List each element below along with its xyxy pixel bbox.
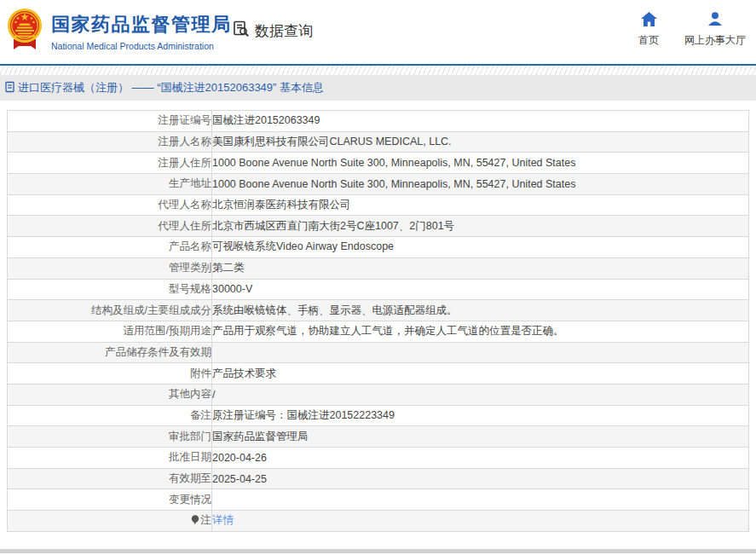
row-label: 注册证编号 [8, 111, 212, 132]
nav-item-service-hall[interactable]: 网上办事大厅 [684, 12, 746, 48]
row-label: 审批部门 [8, 426, 212, 448]
row-label: 批准日期 [8, 448, 212, 469]
row-value-text: / [212, 389, 215, 401]
row-value-text: 可视喉镜系统Video Airway Endoscope [212, 240, 394, 252]
row-value: 产品用于观察气道，协助建立人工气道，并确定人工气道的位置是否正确。 [212, 321, 749, 342]
row-label: 代理人名称 [8, 194, 212, 216]
page-header: 国家药品监督管理局 National Medical Products Admi… [0, 0, 756, 64]
row-label: 生产地址 [8, 174, 212, 195]
row-value: 国械注进20152063349 [212, 111, 749, 132]
row-value: 2025-04-25 [212, 468, 749, 489]
row-value: 美国康利思科技有限公司CLARUS MEDICAL, LLC. [212, 131, 749, 153]
row-value: 可视喉镜系统Video Airway Endoscope [212, 237, 749, 258]
row-label: 有效期至 [8, 468, 212, 489]
table-row: 审批部门 国家药品监督管理局 [8, 426, 749, 448]
row-label: 管理类别 [8, 257, 212, 279]
row-label-text: 变更情况 [169, 494, 211, 506]
row-value: 产品技术要求 [212, 363, 749, 384]
row-label: 其他内容 [8, 384, 212, 405]
row-value-text: 系统由喉镜镜体、手柄、显示器、电源适配器组成。 [212, 304, 458, 316]
nav-service-hall-label: 网上办事大厅 [684, 33, 746, 48]
breadcrumb-bar: 进口医疗器械（注册） —— “国械注进20152063349” 基本信息 [0, 75, 756, 101]
brand-text: 国家药品监督管理局 National Medical Products Admi… [51, 7, 232, 51]
table-row: 注册人名称 美国康利思科技有限公司CLARUS MEDICAL, LLC. [8, 131, 749, 153]
row-value: 第二类 [212, 257, 749, 279]
user-icon [707, 12, 723, 29]
row-value [212, 342, 749, 363]
row-value: 1000 Boone Avenue North Suite 300, Minne… [212, 153, 749, 174]
row-value-text: 产品技术要求 [212, 367, 276, 379]
row-label: 附件 [8, 363, 212, 384]
top-nav: 首页 网上办事大厅 [638, 12, 746, 48]
row-value-text: 国家药品监督管理局 [212, 431, 309, 442]
row-value: 系统由喉镜镜体、手柄、显示器、电源适配器组成。 [212, 300, 749, 321]
row-label: 适用范围/预期用途 [8, 321, 212, 342]
row-label-text: 代理人名称 [159, 199, 212, 211]
details-link[interactable]: 详情 [212, 514, 234, 526]
row-value-text: 30000-V [212, 283, 252, 295]
site-subtitle: National Medical Products Administration [51, 41, 232, 51]
row-value [212, 489, 749, 511]
table-wrap: 注册证编号 国械注进20152063349 注册人名称 美国康利思科技有限公司C… [7, 110, 749, 532]
row-value-text: 1000 Boone Avenue North Suite 300, Minne… [212, 157, 575, 169]
nav-item-home[interactable]: 首页 [638, 12, 659, 48]
table-row: 产品储存条件及有效期 [8, 342, 749, 363]
row-value: 国家药品监督管理局 [212, 426, 749, 448]
row-value: 详情 [212, 511, 749, 532]
table-row: 适用范围/预期用途 产品用于观察气道，协助建立人工气道，并确定人工气道的位置是否… [8, 321, 749, 342]
table-row: 型号规格 30000-V [8, 279, 749, 300]
row-value-text: 北京恒润泰医药科技有限公司 [212, 199, 351, 211]
row-label: 型号规格 [8, 279, 212, 300]
brand: 国家药品监督管理局 National Medical Products Admi… [7, 7, 232, 54]
data-query-tab[interactable]: 数据查询 [232, 20, 313, 43]
table-row: 管理类别 第二类 [8, 257, 749, 279]
table-row: 其他内容 / [8, 384, 749, 405]
horizontal-scrollbar[interactable] [0, 549, 756, 553]
row-label: 注册人住所 [8, 153, 212, 174]
row-label-text: 批准日期 [169, 451, 211, 463]
row-value: 北京市西城区西直门南大街2号C座1007、2门801号 [212, 216, 749, 237]
row-label-text: 型号规格 [169, 283, 211, 295]
row-label-text: 产品储存条件及有效期 [105, 346, 211, 358]
row-label-text: 产品名称 [169, 240, 211, 252]
site-title: 国家药品监督管理局 [51, 12, 232, 38]
row-label-text: 生产地址 [169, 177, 211, 189]
row-label-text: 管理类别 [169, 262, 211, 274]
home-icon [641, 12, 657, 29]
stripe-band [0, 66, 756, 75]
breadcrumb: 进口医疗器械（注册） —— “国械注进20152063349” 基本信息 [4, 80, 324, 95]
row-value: 北京恒润泰医药科技有限公司 [212, 194, 749, 216]
row-label-text: 注册人名称 [159, 136, 212, 147]
info-table: 注册证编号 国械注进20152063349 注册人名称 美国康利思科技有限公司C… [7, 110, 749, 532]
row-value: 2020-04-26 [212, 448, 749, 469]
note-balloon-icon [191, 515, 199, 528]
table-row: 附件 产品技术要求 [8, 363, 749, 384]
row-value: / [212, 384, 749, 405]
row-label: 注 [8, 511, 212, 532]
row-value-text: 1000 Boone Avenue North Suite 300, Minne… [212, 178, 575, 190]
document-search-icon [232, 20, 251, 43]
row-label-text: 备注 [190, 409, 211, 421]
table-row: 结构及组成/主要组成成分 系统由喉镜镜体、手柄、显示器、电源适配器组成。 [8, 300, 749, 321]
table-row: 变更情况 [8, 489, 749, 511]
row-value-text: 北京市西城区西直门南大街2号C座1007、2门801号 [212, 220, 454, 232]
row-value-text: 2020-04-26 [212, 452, 267, 464]
row-value-text: 原注册证编号：国械注进20152223349 [212, 409, 395, 421]
row-value: 30000-V [212, 279, 749, 300]
table-row: 注册人住所 1000 Boone Avenue North Suite 300,… [8, 153, 749, 174]
row-label-text: 代理人住所 [159, 220, 212, 232]
table-row: 产品名称 可视喉镜系统Video Airway Endoscope [8, 237, 749, 258]
data-query-label: 数据查询 [255, 21, 313, 41]
row-label-text: 结构及组成/主要组成成分 [91, 304, 211, 316]
nav-home-label: 首页 [638, 33, 659, 48]
table-row: 批准日期 2020-04-26 [8, 448, 749, 469]
table-row: 代理人住所 北京市西城区西直门南大街2号C座1007、2门801号 [8, 216, 749, 237]
row-value-text: 国械注进20152063349 [212, 114, 320, 126]
row-label-text: 注册证编号 [159, 114, 212, 126]
row-label: 代理人住所 [8, 216, 212, 237]
national-emblem-icon [7, 7, 43, 54]
table-row: 生产地址 1000 Boone Avenue North Suite 300, … [8, 174, 749, 195]
page-doc-icon [4, 81, 15, 95]
table-row: 注册证编号 国械注进20152063349 [8, 111, 749, 132]
table-row: 注 详情 [8, 511, 749, 532]
